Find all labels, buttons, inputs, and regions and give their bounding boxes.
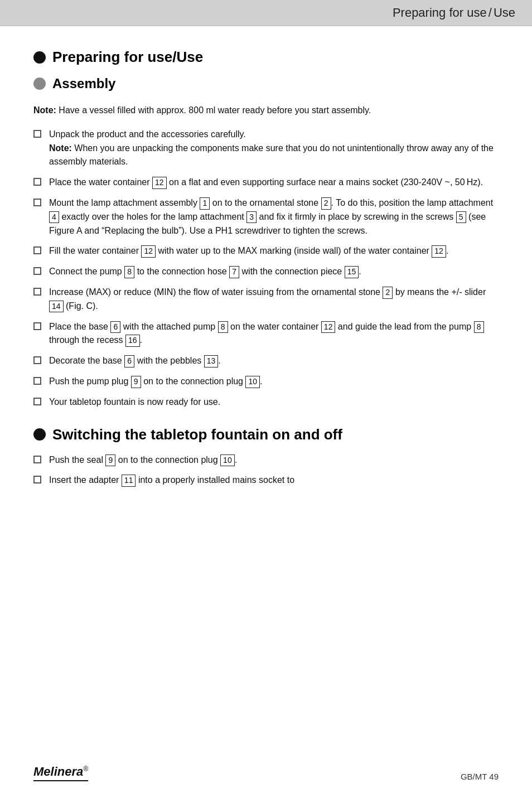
list-item: Increase (MAX) or reduce (MIN) the flow …: [33, 286, 499, 313]
note-label: Note:: [33, 105, 56, 115]
list-item-text: Place the water container 12 on a flat a…: [49, 176, 499, 190]
list-item: Unpack the product and the accessories c…: [33, 128, 499, 169]
num-box: 16: [125, 335, 140, 347]
list-bullet: [33, 456, 41, 463]
list-item: Mount the lamp attachment assembly 1 on …: [33, 196, 499, 238]
num-box: 9: [105, 454, 115, 467]
section-preparing-label: Preparing for use/Use: [52, 49, 203, 66]
list-bullet: [33, 199, 41, 206]
list-bullet: [33, 267, 41, 275]
num-box: 5: [456, 211, 466, 224]
num-box: 14: [49, 301, 64, 313]
list-bullet: [33, 476, 41, 483]
num-box: 11: [122, 475, 136, 487]
list-item-text: Fill the water container 12 with water u…: [49, 244, 499, 258]
list-item-text: Insert the adapter 11 into a properly in…: [49, 473, 499, 487]
list-bullet: [33, 377, 41, 385]
list-item: Connect the pump 8 to the connection hos…: [33, 265, 499, 279]
section-switching-title: Switching the tabletop fountain on and o…: [33, 426, 499, 443]
num-box: 8: [124, 266, 134, 278]
num-box: 3: [246, 211, 257, 224]
list-item-text: Decorate the base 6 with the pebbles 13.: [49, 354, 499, 368]
num-box: 7: [229, 266, 239, 278]
list-item-text: Place the base 6 with the attached pump …: [49, 320, 499, 348]
list-bullet: [33, 246, 41, 254]
main-content: Preparing for use/Use Assembly Note: Hav…: [0, 26, 532, 528]
brand-name: Melinera®: [33, 765, 88, 778]
subsection-assembly-label: Assembly: [52, 76, 115, 91]
list-item-text: Increase (MAX) or reduce (MIN) the flow …: [49, 286, 499, 313]
list-bullet: [33, 356, 41, 364]
section-switching-label: Switching the tabletop fountain on and o…: [52, 426, 342, 443]
list-item-text: Push the pump plug 9 on to the connectio…: [49, 375, 499, 389]
list-item-text: Connect the pump 8 to the connection hos…: [49, 265, 499, 279]
list-item: Place the base 6 with the attached pump …: [33, 320, 499, 348]
bullet-circle-preparing: [33, 51, 46, 64]
list-bullet: [33, 398, 41, 405]
num-box: 8: [218, 321, 228, 333]
num-box: 15: [345, 266, 359, 278]
list-item: Fill the water container 12 with water u…: [33, 244, 499, 258]
num-box: 8: [474, 321, 484, 333]
list-item: Your tabletop fountain is now ready for …: [33, 395, 499, 409]
list-item-text: Push the seal 9 on to the connection plu…: [49, 453, 499, 467]
list-item: Push the seal 9 on to the connection plu…: [33, 453, 499, 467]
assembly-note: Note: Have a vessel filled with approx. …: [33, 104, 499, 118]
list-item: Decorate the base 6 with the pebbles 13.: [33, 354, 499, 368]
num-box: 2: [321, 197, 331, 210]
page-number: GB/MT 49: [461, 772, 499, 781]
num-box: 12: [321, 321, 336, 333]
subnote-label: Note:: [49, 143, 72, 153]
list-item-text: Unpack the product and the accessories c…: [49, 128, 499, 169]
num-box: 2: [383, 287, 393, 299]
list-item: Place the water container 12 on a flat a…: [33, 176, 499, 190]
num-box: 12: [152, 177, 167, 189]
assembly-list: Unpack the product and the accessories c…: [33, 128, 499, 409]
num-box: 1: [200, 197, 210, 210]
header-bar: Preparing for use / Use: [0, 0, 532, 26]
list-item-text: Mount the lamp attachment assembly 1 on …: [49, 196, 499, 238]
list-item-text: Your tabletop fountain is now ready for …: [49, 395, 499, 409]
section-preparing-title: Preparing for use/Use: [33, 49, 499, 66]
brand-logo: Melinera®: [33, 765, 88, 781]
num-box: 12: [432, 245, 446, 258]
note-text: Have a vessel filled with approx. 800 ml…: [56, 105, 371, 115]
list-item: Push the pump plug 9 on to the connectio…: [33, 375, 499, 389]
switching-list: Push the seal 9 on to the connection plu…: [33, 453, 499, 488]
list-bullet: [33, 322, 41, 330]
list-item: Insert the adapter 11 into a properly in…: [33, 473, 499, 487]
page-footer: Melinera® GB/MT 49: [0, 765, 532, 781]
num-box: 6: [124, 355, 134, 367]
list-bullet: [33, 178, 41, 186]
subsection-assembly-title: Assembly: [33, 76, 499, 91]
trademark-symbol: ®: [83, 765, 88, 773]
bullet-circle-assembly: [33, 78, 46, 90]
page: Preparing for use / Use Preparing for us…: [0, 0, 532, 798]
num-box: 10: [220, 454, 235, 467]
list-bullet: [33, 288, 41, 296]
num-box: 9: [131, 376, 141, 388]
num-box: 12: [141, 245, 156, 258]
num-box: 4: [49, 211, 59, 224]
num-box: 6: [110, 321, 120, 333]
bullet-circle-switching: [33, 428, 46, 441]
list-bullet: [33, 130, 41, 138]
header-title: Preparing for use / Use: [393, 6, 515, 20]
num-box: 10: [245, 376, 260, 388]
num-box: 13: [204, 355, 219, 367]
